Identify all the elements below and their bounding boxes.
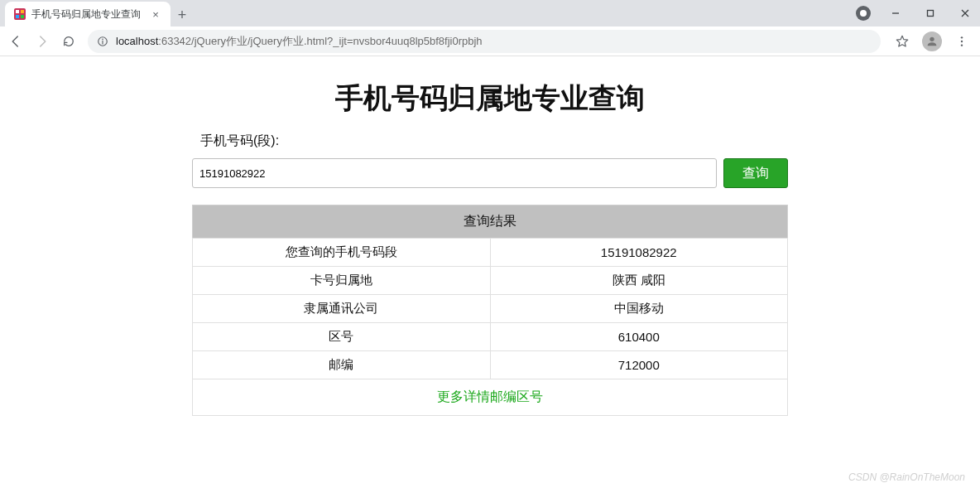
- svg-rect-2: [21, 10, 24, 13]
- svg-point-12: [102, 38, 103, 40]
- window-controls: [856, 0, 975, 27]
- table-row: 更多详情邮编区号: [193, 379, 788, 416]
- more-details-link[interactable]: 更多详情邮编区号: [437, 389, 543, 403]
- url-bar[interactable]: localhost:63342/jQuery作业/jQuery作业.html?_…: [88, 30, 881, 53]
- row-label: 隶属通讯公司: [193, 295, 491, 323]
- svg-point-16: [961, 44, 963, 46]
- svg-point-13: [930, 36, 934, 41]
- table-row: 区号 610400: [193, 323, 788, 351]
- page-viewport: 手机号码归属地专业查询 手机号码(段): 查询 查询结果 您查询的手机号码段 1…: [0, 56, 980, 488]
- svg-point-15: [961, 40, 963, 41]
- result-header: 查询结果: [193, 205, 788, 239]
- row-label: 区号: [193, 323, 491, 351]
- svg-point-14: [961, 36, 963, 38]
- table-row: 您查询的手机号码段 15191082922: [193, 239, 788, 267]
- row-value: 610400: [490, 323, 788, 351]
- close-icon[interactable]: [955, 3, 975, 23]
- svg-rect-3: [16, 15, 19, 18]
- profile-avatar-icon[interactable]: [922, 31, 942, 51]
- svg-rect-7: [928, 11, 934, 17]
- back-button[interactable]: [5, 31, 26, 52]
- address-bar: localhost:63342/jQuery作业/jQuery作业.html?_…: [0, 27, 980, 56]
- minimize-icon[interactable]: [886, 3, 906, 23]
- tab-close-icon[interactable]: ×: [149, 8, 162, 21]
- forward-button[interactable]: [31, 31, 53, 52]
- kebab-menu-icon[interactable]: [954, 33, 970, 50]
- row-value: 15191082922: [490, 239, 788, 267]
- watermark-text: CSDN @RainOnTheMoon: [848, 471, 965, 483]
- site-info-icon[interactable]: [96, 35, 109, 48]
- favicon-icon: [13, 7, 26, 21]
- table-row: 卡号归属地 陕西 咸阳: [193, 267, 788, 295]
- page-title: 手机号码归属地专业查询: [192, 80, 788, 118]
- tab-strip: 手机号码归属地专业查询 × +: [0, 0, 980, 27]
- phone-input[interactable]: [192, 158, 717, 188]
- profile-indicator-icon[interactable]: [856, 6, 871, 21]
- browser-tab[interactable]: 手机号码归属地专业查询 ×: [5, 2, 171, 27]
- row-value: 陕西 咸阳: [490, 267, 788, 295]
- svg-rect-1: [16, 10, 19, 13]
- new-tab-button[interactable]: +: [171, 3, 194, 27]
- row-value: 中国移动: [490, 295, 788, 323]
- row-label: 卡号归属地: [193, 267, 491, 295]
- query-button[interactable]: 查询: [723, 158, 788, 188]
- table-row: 隶属通讯公司 中国移动: [193, 295, 788, 323]
- reload-button[interactable]: [58, 31, 79, 52]
- phone-label: 手机号码(段):: [192, 133, 788, 150]
- bookmark-star-icon[interactable]: [894, 33, 910, 50]
- table-row: 邮编 712000: [193, 351, 788, 379]
- row-label: 您查询的手机号码段: [193, 239, 491, 267]
- tab-title: 手机号码归属地专业查询: [31, 7, 144, 22]
- url-text: localhost:63342/jQuery作业/jQuery作业.html?_…: [116, 34, 483, 49]
- maximize-icon[interactable]: [920, 3, 940, 23]
- svg-rect-4: [21, 15, 24, 18]
- query-form: 查询: [192, 158, 788, 188]
- result-table: 查询结果 您查询的手机号码段 15191082922 卡号归属地 陕西 咸阳 隶…: [192, 205, 788, 416]
- svg-point-5: [860, 10, 867, 17]
- row-value: 712000: [490, 351, 788, 379]
- row-label: 邮编: [193, 351, 491, 379]
